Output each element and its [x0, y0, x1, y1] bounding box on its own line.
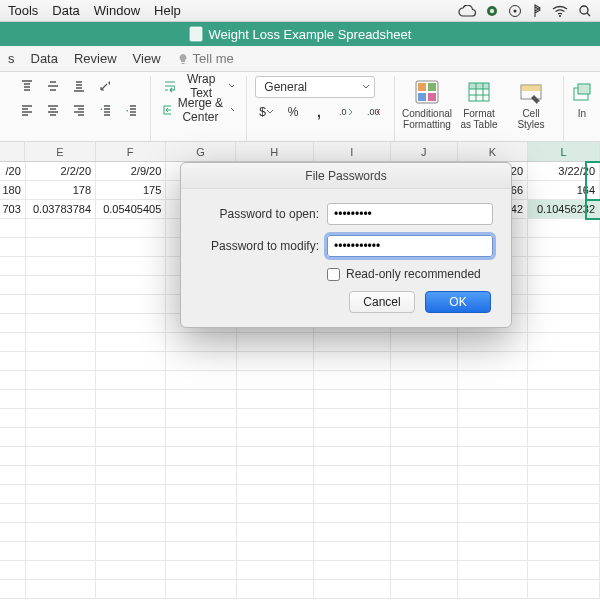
ok-button[interactable]: OK: [425, 291, 491, 313]
format-as-table-button[interactable]: Format as Table: [455, 76, 503, 132]
ribbon-tabs: s Data Review View Tell me: [0, 46, 600, 72]
increase-indent-button[interactable]: [120, 100, 142, 120]
table-row[interactable]: [0, 580, 600, 599]
window-titlebar: Weight Loss Example Spreadsheet: [0, 22, 600, 46]
cell[interactable]: 703: [0, 200, 26, 218]
decrease-decimal-button[interactable]: .00: [362, 102, 386, 122]
cell[interactable]: 0.05405405: [96, 200, 166, 218]
menu-data[interactable]: Data: [52, 3, 79, 18]
cell[interactable]: 180: [0, 181, 26, 199]
col-header-F[interactable]: F: [96, 142, 166, 161]
menu-window[interactable]: Window: [94, 3, 140, 18]
group-number: General $ % , .0 .00: [247, 76, 395, 141]
cell[interactable]: 2/2/20: [26, 162, 96, 180]
bluetooth-icon: [532, 4, 542, 18]
chevron-down-icon: [362, 83, 370, 91]
table-row[interactable]: [0, 352, 600, 371]
table-row[interactable]: [0, 390, 600, 409]
svg-point-5: [580, 6, 588, 14]
table-row[interactable]: [0, 561, 600, 580]
cell[interactable]: 178: [26, 181, 96, 199]
svg-rect-21: [578, 84, 590, 94]
settings-icon: [508, 4, 522, 18]
align-middle-button[interactable]: [42, 76, 64, 96]
col-header-J[interactable]: J: [391, 142, 458, 161]
insert-button-partial[interactable]: In: [572, 76, 592, 121]
conditional-formatting-button[interactable]: Conditional Formatting: [403, 76, 451, 132]
table-row[interactable]: [0, 504, 600, 523]
cell[interactable]: 2/9/20: [96, 162, 166, 180]
svg-point-3: [514, 9, 517, 12]
align-right-button[interactable]: [68, 100, 90, 120]
wrap-text-button[interactable]: Wrap Text: [159, 76, 238, 96]
table-row[interactable]: [0, 466, 600, 485]
cell[interactable]: 3/22/20: [528, 162, 600, 180]
col-header-H[interactable]: H: [236, 142, 313, 161]
svg-point-1: [490, 8, 494, 12]
orientation-button[interactable]: [94, 76, 116, 96]
cancel-button[interactable]: Cancel: [349, 291, 415, 313]
number-format-dropdown[interactable]: General: [255, 76, 375, 98]
tab-partial[interactable]: s: [8, 51, 15, 66]
table-row[interactable]: [0, 428, 600, 447]
tab-view[interactable]: View: [133, 51, 161, 66]
cell-styles-label: Cell Styles: [517, 108, 544, 130]
col-header-I[interactable]: I: [314, 142, 391, 161]
cell[interactable]: 175: [96, 181, 166, 199]
align-bottom-button[interactable]: [68, 76, 90, 96]
menu-help[interactable]: Help: [154, 3, 181, 18]
merge-center-button[interactable]: Merge & Center: [159, 100, 238, 120]
wifi-icon: [552, 5, 568, 17]
svg-rect-14: [418, 93, 426, 101]
svg-rect-15: [428, 93, 436, 101]
search-icon[interactable]: [578, 4, 592, 18]
align-left-button[interactable]: [16, 100, 38, 120]
cell-styles-button[interactable]: Cell Styles: [507, 76, 555, 132]
password-open-input[interactable]: [327, 203, 493, 225]
cell[interactable]: 164: [528, 181, 600, 199]
comma-button[interactable]: ,: [308, 102, 330, 122]
merge-icon: [163, 103, 171, 117]
currency-button[interactable]: $: [255, 102, 278, 122]
row-header-gutter: [0, 142, 25, 161]
percent-button[interactable]: %: [282, 102, 304, 122]
selected-cell[interactable]: 0.10456232: [528, 200, 600, 218]
chevron-down-icon: [266, 108, 274, 116]
align-top-button[interactable]: [16, 76, 38, 96]
align-center-button[interactable]: [42, 100, 64, 120]
table-row[interactable]: [0, 485, 600, 504]
table-row[interactable]: [0, 333, 600, 352]
table-row[interactable]: [0, 523, 600, 542]
col-header-E[interactable]: E: [25, 142, 95, 161]
insert-icon: [572, 78, 592, 106]
document-title: Weight Loss Example Spreadsheet: [209, 27, 412, 42]
svg-point-4: [559, 15, 561, 17]
table-row[interactable]: [0, 409, 600, 428]
creative-cloud-icon: [458, 5, 476, 17]
column-headers: E F G H I J K L: [0, 142, 600, 162]
col-header-L[interactable]: L: [528, 142, 600, 161]
password-modify-input[interactable]: [327, 235, 493, 257]
group-alignment: [8, 76, 151, 141]
tab-data[interactable]: Data: [31, 51, 58, 66]
table-row[interactable]: [0, 371, 600, 390]
merge-center-label: Merge & Center: [175, 96, 225, 124]
tell-me[interactable]: Tell me: [177, 51, 234, 66]
menu-tools[interactable]: Tools: [8, 3, 38, 18]
table-row[interactable]: [0, 542, 600, 561]
file-passwords-dialog: File Passwords Password to open: Passwor…: [180, 162, 512, 328]
cell-styles-icon: [518, 78, 544, 106]
password-modify-label: Password to modify:: [199, 239, 319, 253]
cell[interactable]: 0.03783784: [26, 200, 96, 218]
tab-review[interactable]: Review: [74, 51, 117, 66]
group-styles: Conditional Formatting Format as Table C…: [395, 76, 564, 141]
decrease-indent-button[interactable]: [94, 100, 116, 120]
conditional-formatting-icon: [414, 78, 440, 106]
col-header-G[interactable]: G: [166, 142, 236, 161]
col-header-K[interactable]: K: [458, 142, 528, 161]
readonly-checkbox[interactable]: [327, 268, 340, 281]
increase-decimal-button[interactable]: .0: [334, 102, 358, 122]
cell[interactable]: /20: [0, 162, 26, 180]
tell-me-label: Tell me: [193, 51, 234, 66]
table-row[interactable]: [0, 447, 600, 466]
